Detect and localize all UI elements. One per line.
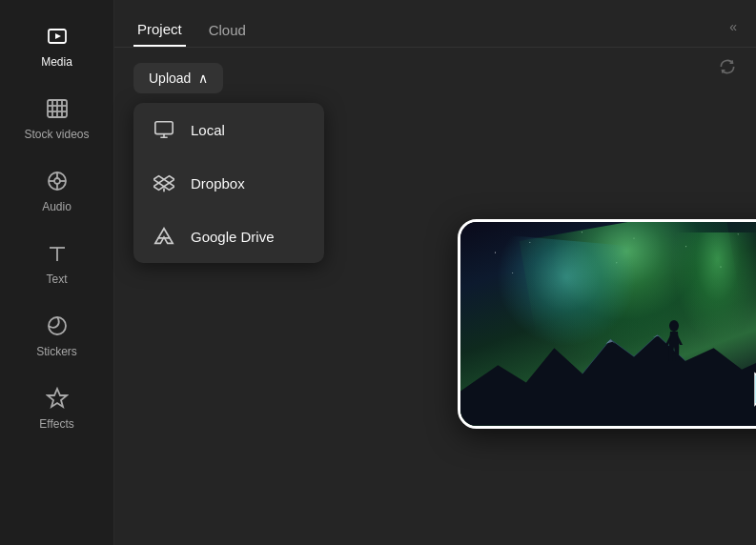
sidebar-item-stickers[interactable]: Stickers [0,301,113,370]
sidebar-item-stock-videos[interactable]: Stock videos [0,84,113,152]
upload-label: Upload [149,71,191,86]
sidebar-item-media[interactable]: Media [0,11,113,80]
mountain-silhouette [460,313,756,426]
tab-project[interactable]: Project [133,13,186,47]
sidebar-item-effects[interactable]: Effects [0,373,113,442]
sidebar-item-effects-label: Effects [39,417,73,431]
sidebar-item-text[interactable]: Text [0,229,113,297]
upload-button[interactable]: Upload ∧ [133,63,223,93]
dropdown-item-dropbox-label: Dropbox [191,175,245,192]
upload-chevron-icon: ∧ [198,71,208,86]
upload-dropdown: Local Dropbox [133,103,324,263]
effects-icon [44,385,71,412]
svg-marker-1 [55,33,61,39]
sidebar-item-stickers-label: Stickers [36,345,77,358]
person-silhouette [665,318,683,371]
svg-marker-17 [48,389,67,407]
text-icon [44,240,71,267]
tab-cloud[interactable]: Cloud [205,14,250,46]
svg-point-9 [54,178,60,184]
dropdown-item-local-label: Local [191,122,225,138]
stock-videos-icon [44,95,71,122]
aurora-image-card [458,219,756,429]
tabs-collapse-button[interactable]: « [729,19,737,34]
sidebar-item-text-label: Text [46,272,67,286]
cursor-arrow [750,369,756,416]
dropdown-item-google-drive-label: Google Drive [191,229,275,245]
stickers-icon [44,313,71,339]
sidebar-item-audio[interactable]: Audio [0,156,113,225]
sidebar: Media Stock videos Aud [0,0,114,545]
dropdown-item-local[interactable]: Local [133,103,324,156]
tabs-bar: Project Cloud « [114,0,756,48]
dropbox-icon [153,172,175,194]
sidebar-item-stock-videos-label: Stock videos [24,128,89,141]
main-content: Project Cloud « Upload ∧ [114,0,756,545]
media-icon [44,23,71,50]
svg-rect-18 [155,122,173,134]
sidebar-item-audio-label: Audio [42,200,72,213]
dropdown-item-google-drive[interactable]: Google Drive [133,210,324,263]
refresh-button[interactable] [718,57,737,81]
monitor-icon [153,118,175,141]
dropdown-item-dropbox[interactable]: Dropbox [133,156,324,210]
audio-icon [44,168,71,194]
aurora-image [460,222,756,426]
sidebar-item-media-label: Media [41,55,72,69]
google-drive-icon [153,225,175,248]
